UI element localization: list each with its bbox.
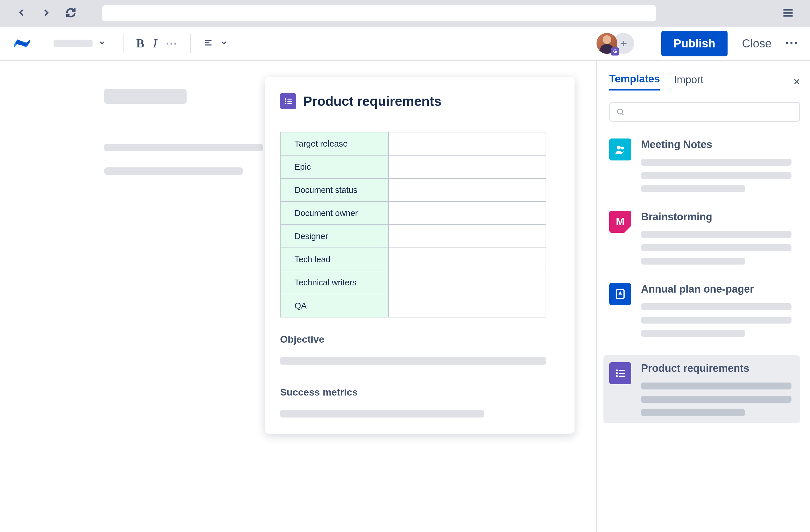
table-value: [389, 132, 546, 155]
svg-rect-7: [288, 99, 292, 99]
template-body: Meeting Notes: [641, 138, 800, 192]
list-icon: [609, 362, 631, 384]
panel-tabs: Templates Import ×: [609, 73, 800, 90]
table-value: [389, 201, 546, 225]
table-row: Technical writers: [280, 271, 546, 294]
table-row: Tech lead: [280, 248, 546, 271]
table-value: [389, 248, 546, 271]
title-placeholder: [104, 89, 187, 104]
template-description-placeholder: [641, 383, 794, 416]
svg-line-13: [622, 113, 623, 115]
template-body: Brainstorming: [641, 211, 800, 265]
template-body: Annual plan one-pager: [641, 283, 800, 337]
svg-point-12: [617, 109, 622, 114]
svg-point-17: [616, 369, 618, 371]
tab-import[interactable]: Import: [674, 74, 703, 90]
editor-more-button[interactable]: ···: [785, 40, 799, 47]
placeholder-icon: [53, 39, 93, 47]
svg-rect-9: [288, 101, 292, 102]
table-label: Epic: [280, 155, 389, 178]
template-name: Meeting Notes: [641, 138, 800, 151]
svg-rect-11: [288, 103, 292, 104]
back-button[interactable]: [16, 7, 27, 19]
page-icon: [609, 283, 631, 305]
tab-templates[interactable]: Templates: [609, 73, 660, 90]
document-canvas[interactable]: Product requirements Target release Epic…: [0, 61, 596, 532]
svg-point-19: [616, 372, 618, 375]
close-panel-button[interactable]: ×: [794, 75, 800, 88]
avatar-badge: G: [611, 47, 619, 55]
browser-chrome-bar: [0, 0, 810, 27]
template-preview-card: Product requirements Target release Epic…: [265, 77, 574, 434]
template-name: Annual plan one-pager: [641, 283, 800, 295]
table-value: [389, 294, 546, 317]
list-icon: [280, 93, 296, 109]
divider: [123, 34, 124, 53]
table-label: Designer: [280, 225, 389, 248]
collaborator-avatars: G +: [597, 33, 634, 54]
svg-rect-20: [619, 373, 625, 374]
templates-panel: Templates Import × Meeting Notes M: [596, 61, 810, 532]
text-placeholder: [104, 144, 263, 151]
template-item-product-requirements[interactable]: Product requirements: [603, 355, 800, 423]
forward-button[interactable]: [41, 7, 52, 19]
metadata-table: Target release Epic Document status Docu…: [280, 132, 546, 317]
chevron-down-icon: [98, 39, 106, 48]
template-description-placeholder: [641, 303, 800, 337]
publish-button[interactable]: Publish: [661, 31, 727, 56]
template-name: Product requirements: [641, 362, 794, 375]
template-item-annual-plan[interactable]: Annual plan one-pager: [609, 283, 800, 355]
divider: [190, 34, 191, 53]
table-value: [389, 271, 546, 294]
browser-menu-button[interactable]: [782, 7, 794, 20]
close-button[interactable]: Close: [742, 37, 772, 50]
template-search-input[interactable]: [609, 102, 800, 122]
table-label: Target release: [280, 132, 389, 155]
template-description-placeholder: [641, 231, 800, 265]
toolbar-right: G + Publish Close ···: [597, 31, 799, 56]
mural-icon: M: [609, 211, 631, 233]
text-style-dropdown[interactable]: [49, 36, 110, 51]
refresh-button[interactable]: [66, 7, 76, 19]
text-placeholder: [104, 167, 243, 175]
table-value: [389, 155, 546, 178]
table-label: QA: [280, 294, 389, 317]
url-input[interactable]: [102, 5, 656, 21]
table-row: Document owner: [280, 201, 546, 225]
text-placeholder: [280, 357, 546, 365]
svg-rect-18: [619, 370, 625, 371]
svg-point-21: [616, 375, 618, 377]
more-formatting-button[interactable]: ···: [166, 40, 178, 47]
table-row: Document status: [280, 178, 546, 201]
section-heading: Objective: [280, 334, 560, 345]
main-area: Product requirements Target release Epic…: [0, 61, 810, 532]
confluence-logo-icon[interactable]: [13, 35, 31, 52]
table-value: [389, 178, 546, 201]
svg-point-8: [285, 101, 287, 102]
template-description-placeholder: [641, 159, 800, 192]
preview-header: Product requirements: [280, 93, 560, 109]
table-label: Technical writers: [280, 271, 389, 294]
bold-button[interactable]: B: [136, 36, 144, 50]
table-value: [389, 225, 546, 248]
template-item-brainstorming[interactable]: M Brainstorming: [609, 211, 800, 283]
svg-point-14: [617, 146, 620, 149]
svg-rect-22: [619, 376, 625, 377]
nav-arrow-group: [16, 7, 76, 19]
svg-point-10: [285, 103, 287, 104]
template-item-meeting-notes[interactable]: Meeting Notes: [609, 138, 800, 211]
text-placeholder: [280, 410, 484, 417]
format-group: B I ···: [136, 36, 178, 50]
preview-title: Product requirements: [303, 94, 441, 109]
search-icon: [616, 107, 625, 116]
svg-point-15: [621, 147, 624, 149]
people-icon: [609, 138, 631, 161]
chevron-down-icon[interactable]: [220, 39, 228, 48]
align-group: [204, 38, 228, 48]
align-left-icon[interactable]: [204, 38, 213, 48]
svg-point-6: [285, 98, 287, 100]
editor-toolbar: B I ··· G + Publish Close ···: [0, 27, 810, 61]
italic-button[interactable]: I: [153, 36, 157, 50]
section-heading: Success metrics: [280, 386, 560, 398]
table-label: Document owner: [280, 201, 389, 225]
